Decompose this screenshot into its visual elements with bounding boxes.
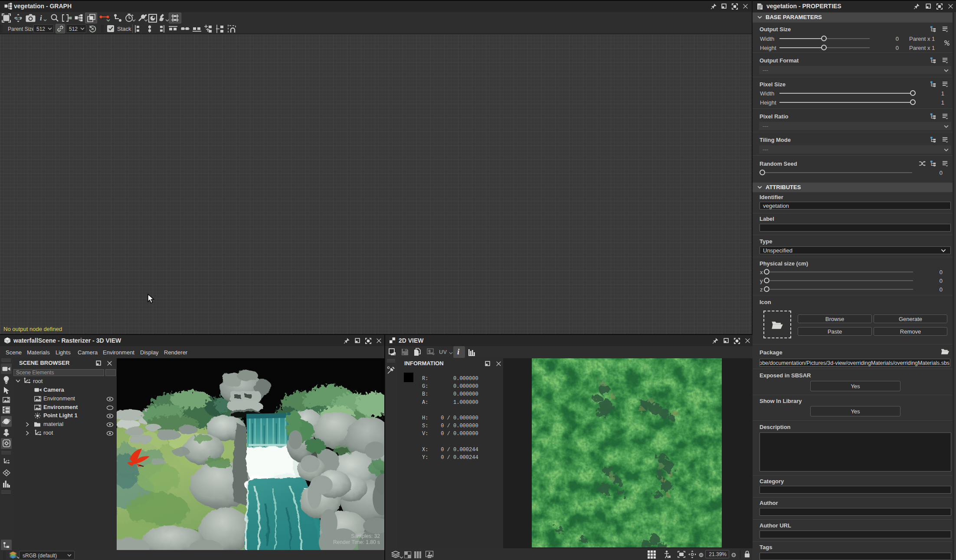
svg-text:i: i — [40, 14, 42, 22]
svg-text:1:1: 1:1 — [16, 16, 21, 20]
